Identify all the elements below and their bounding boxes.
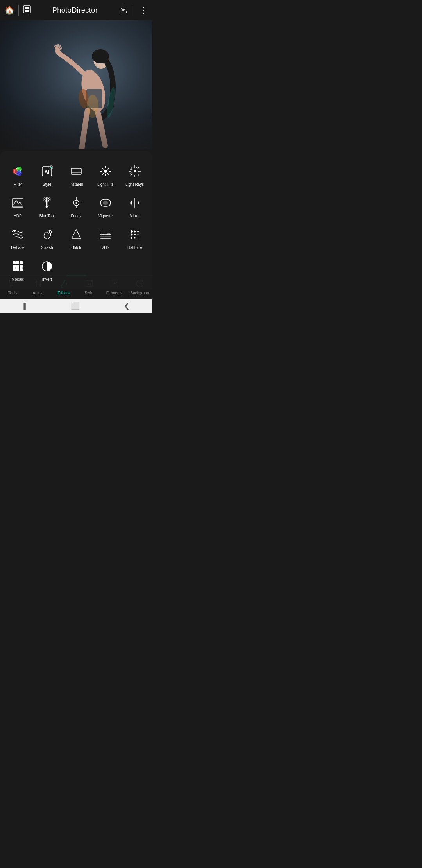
- svg-rect-91: [13, 268, 16, 271]
- empty-1: [62, 254, 91, 285]
- topbar-left: 🏠: [5, 5, 31, 16]
- effect-filter[interactable]: Filter: [3, 159, 32, 190]
- mirror-label: Mirror: [130, 214, 140, 218]
- hdr-icon: [9, 194, 26, 212]
- svg-rect-2: [27, 7, 29, 9]
- svg-rect-75: [107, 233, 110, 235]
- mosaic-icon: [9, 258, 26, 275]
- effect-blur-tool[interactable]: Blur Tool: [32, 190, 62, 222]
- effect-glitch[interactable]: Glitch: [62, 222, 91, 254]
- svg-point-15: [105, 86, 117, 118]
- topbar-right: ⋮: [119, 5, 148, 16]
- blur-tool-label: Blur Tool: [39, 214, 55, 218]
- svg-line-35: [107, 168, 109, 169]
- filter-icon: [9, 163, 26, 180]
- svg-text:✦: ✦: [50, 167, 52, 169]
- svg-marker-64: [138, 201, 140, 205]
- svg-line-45: [131, 174, 132, 176]
- svg-point-79: [131, 234, 132, 236]
- light-rays-label: Light Rays: [125, 182, 144, 187]
- ai-style-icon: AI ✦: [38, 163, 55, 180]
- svg-marker-63: [130, 201, 132, 205]
- svg-point-80: [134, 234, 136, 235]
- svg-line-36: [102, 173, 104, 175]
- background-nav-label: Backgroun: [131, 291, 149, 295]
- svg-point-77: [134, 231, 136, 233]
- recents-button[interactable]: |||: [22, 302, 25, 310]
- effect-dehaze[interactable]: Dehaze: [3, 222, 32, 254]
- light-hits-label: Light Hits: [97, 182, 114, 187]
- svg-rect-93: [20, 268, 23, 271]
- svg-point-28: [104, 170, 107, 173]
- effect-splash[interactable]: Splash: [32, 222, 62, 254]
- effect-halftone[interactable]: Halftone: [120, 222, 149, 254]
- blur-tool-icon: [38, 194, 55, 212]
- vhs-icon: [97, 226, 114, 243]
- hdr-label: HDR: [14, 214, 22, 218]
- style-nav-label: Style: [84, 291, 93, 295]
- svg-line-46: [133, 167, 133, 168]
- svg-line-47: [136, 167, 137, 168]
- effect-vignette[interactable]: Vignette: [91, 190, 120, 222]
- home-button[interactable]: ⬜: [71, 301, 79, 310]
- effect-style[interactable]: AI ✦ Style: [32, 159, 62, 190]
- effect-mirror[interactable]: Mirror: [120, 190, 149, 222]
- more-icon[interactable]: ⋮: [139, 5, 148, 16]
- splash-label: Splash: [41, 246, 53, 250]
- gallery-icon[interactable]: [23, 5, 31, 16]
- svg-rect-25: [71, 168, 81, 174]
- dehaze-icon: [9, 226, 26, 243]
- effect-mosaic[interactable]: Mosaic: [3, 254, 32, 285]
- svg-rect-85: [13, 261, 16, 264]
- light-rays-icon: [126, 163, 143, 180]
- instafill-icon: [68, 163, 85, 180]
- svg-rect-89: [16, 265, 19, 268]
- svg-point-78: [137, 231, 139, 232]
- invert-label: Invert: [42, 277, 52, 282]
- effect-focus[interactable]: Focus: [62, 190, 91, 222]
- effects-grid: Filter AI ✦ Style: [0, 159, 152, 285]
- effect-hdr[interactable]: HDR: [3, 190, 32, 222]
- svg-line-48: [130, 169, 132, 170]
- effect-light-rays[interactable]: Light Rays: [120, 159, 149, 190]
- topbar-center: PhotoDirector: [31, 6, 119, 14]
- focus-label: Focus: [71, 214, 81, 218]
- svg-rect-74: [102, 234, 104, 235]
- effect-light-hits[interactable]: Light Hits: [91, 159, 120, 190]
- app-title: PhotoDirector: [52, 6, 98, 14]
- effect-vhs[interactable]: VHS: [91, 222, 120, 254]
- download-icon[interactable]: [119, 5, 127, 16]
- svg-line-33: [102, 168, 104, 169]
- svg-text:AI: AI: [45, 169, 50, 175]
- svg-rect-0: [23, 6, 30, 13]
- svg-line-43: [138, 174, 139, 176]
- effect-instafill[interactable]: InstaFill: [62, 159, 91, 190]
- svg-point-82: [131, 237, 132, 239]
- mirror-icon: [126, 194, 143, 212]
- photo-area: [0, 20, 152, 149]
- effects-nav-label: Effects: [57, 291, 69, 295]
- back-button[interactable]: ❮: [124, 301, 130, 310]
- svg-point-16: [87, 95, 98, 118]
- effects-panel: Filter AI ✦ Style: [0, 151, 152, 289]
- svg-line-44: [138, 167, 139, 169]
- splash-icon: [38, 226, 55, 243]
- empty-2: [91, 254, 120, 285]
- svg-point-59: [75, 202, 77, 204]
- svg-point-65: [49, 231, 52, 233]
- vignette-icon: [97, 194, 114, 212]
- svg-line-34: [107, 173, 109, 175]
- dancer-figure: [50, 28, 136, 149]
- svg-point-20: [16, 170, 22, 176]
- filter-label: Filter: [13, 182, 22, 187]
- svg-rect-3: [25, 10, 27, 12]
- svg-marker-69: [72, 230, 80, 238]
- svg-rect-90: [20, 265, 23, 268]
- svg-rect-88: [13, 265, 16, 268]
- instafill-label: InstaFill: [70, 182, 83, 187]
- svg-point-76: [131, 230, 133, 233]
- glitch-icon: [68, 226, 85, 243]
- home-icon[interactable]: 🏠: [5, 5, 14, 15]
- svg-rect-4: [27, 10, 29, 12]
- effect-invert[interactable]: Invert: [32, 254, 62, 285]
